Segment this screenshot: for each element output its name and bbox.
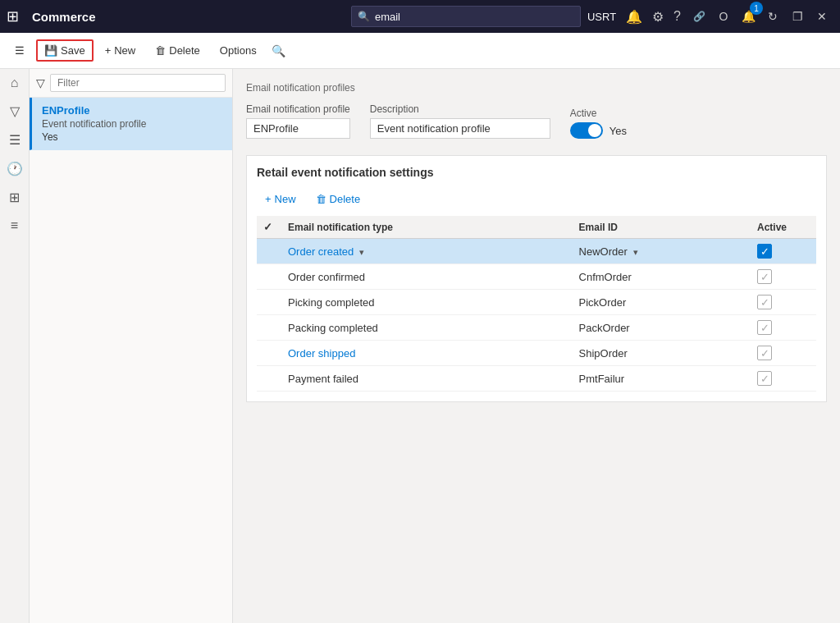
user-label: USRT <box>587 11 616 23</box>
filter-icon[interactable]: ▽ <box>36 76 45 89</box>
window-controls: 🔗 O 🔔 1 ↻ ❐ ✕ <box>687 5 833 28</box>
profile-label: Email notification profile <box>246 103 350 115</box>
row-check-cell <box>257 366 281 392</box>
table-trash-icon: 🗑 <box>316 193 326 205</box>
new-button[interactable]: + New <box>97 39 144 62</box>
row-check-cell <box>257 290 281 315</box>
row-check-cell <box>257 264 281 290</box>
active-checkbox-checked[interactable]: ✓ <box>757 244 772 259</box>
form-row: Email notification profile ENProfile Des… <box>246 103 827 139</box>
right-content: Email notification profiles Email notifi… <box>233 69 840 623</box>
rail-lines-icon[interactable]: ☰ <box>9 132 21 148</box>
rail-home-icon[interactable]: ⌂ <box>11 76 19 90</box>
row-notification-type[interactable]: Packing completed <box>281 315 573 341</box>
row-check-cell <box>257 341 281 366</box>
row-notification-type[interactable]: Picking completed <box>281 290 573 315</box>
row-notification-type[interactable]: Order confirmed <box>281 264 573 290</box>
table-row[interactable]: Picking completedPickOrder✓ <box>257 290 816 315</box>
check-icon: ✓ <box>263 221 272 233</box>
table-plus-icon: + <box>265 193 272 205</box>
help-icon[interactable]: ? <box>673 9 681 24</box>
list-item[interactable]: ENProfile Event notification profile Yes <box>30 98 232 150</box>
dropdown-arrow-icon[interactable]: ▾ <box>357 247 364 257</box>
command-bar: ☰ 💾 Save + New 🗑 Delete Options 🔍 <box>0 33 840 69</box>
filter-input[interactable] <box>50 74 226 92</box>
delete-button[interactable]: 🗑 Delete <box>147 39 208 62</box>
col-check: ✓ <box>257 216 281 239</box>
description-field: Description Event notification profile <box>370 103 550 139</box>
row-notification-type[interactable]: Order created ▾ <box>281 239 573 264</box>
sub-toolbar: + New 🗑 Delete <box>257 189 816 209</box>
section-label: Email notification profiles <box>246 82 827 94</box>
table-row[interactable]: Order created ▾NewOrder ▾✓ <box>257 239 816 264</box>
rail-filter-icon[interactable]: ▽ <box>10 103 20 119</box>
rail-clock-icon[interactable]: 🕐 <box>7 161 23 176</box>
menu-button[interactable]: ☰ <box>7 39 33 62</box>
office-icon[interactable]: O <box>712 5 735 28</box>
active-checkbox-unchecked[interactable]: ✓ <box>757 371 772 386</box>
notification-wrap: 🔔 1 <box>737 5 760 28</box>
description-label: Description <box>370 103 550 115</box>
gear-icon[interactable]: ⚙ <box>652 9 664 25</box>
row-email-id: ShipOrder <box>573 341 751 366</box>
rail-list-icon[interactable]: ≡ <box>11 218 18 233</box>
profile-field: Email notification profile ENProfile <box>246 103 350 139</box>
menu-icon: ☰ <box>15 44 25 57</box>
email-dropdown-arrow-icon[interactable]: ▾ <box>631 247 638 257</box>
table-row[interactable]: Packing completedPackOrder✓ <box>257 315 816 341</box>
toggle-wrapper: Yes <box>570 122 627 139</box>
col-active: Active <box>751 216 816 239</box>
active-checkbox-unchecked[interactable]: ✓ <box>757 320 772 335</box>
row-active-cell[interactable]: ✓ <box>751 315 816 341</box>
active-checkbox-unchecked[interactable]: ✓ <box>757 269 772 284</box>
bell-icon[interactable]: 🔔 <box>626 9 642 25</box>
command-search-icon[interactable]: 🔍 <box>272 44 285 57</box>
apps-icon[interactable]: ⊞ <box>7 7 19 25</box>
refresh-icon[interactable]: ↻ <box>761 5 784 28</box>
main-layout: ⌂ ▽ ☰ 🕐 ⊞ ≡ ▽ ENProfile Event notificati… <box>0 69 840 623</box>
retail-section: Retail event notification settings + New… <box>246 155 827 402</box>
row-active-cell[interactable]: ✓ <box>751 239 816 264</box>
row-active-cell[interactable]: ✓ <box>751 341 816 366</box>
active-field: Active Yes <box>570 108 627 139</box>
profile-value[interactable]: ENProfile <box>246 118 350 139</box>
link-icon[interactable]: 🔗 <box>687 5 710 28</box>
active-checkbox-unchecked[interactable]: ✓ <box>757 295 772 309</box>
list-item-status: Yes <box>42 131 222 143</box>
description-value[interactable]: Event notification profile <box>370 118 550 139</box>
row-check-cell <box>257 239 281 264</box>
row-email-id: CnfmOrder <box>573 264 751 290</box>
table-row[interactable]: Order confirmedCnfmOrder✓ <box>257 264 816 290</box>
row-notification-type[interactable]: Payment failed <box>281 366 573 392</box>
list-item-subtitle: Event notification profile <box>42 118 222 130</box>
rail-grid-icon[interactable]: ⊞ <box>9 190 20 205</box>
left-panel: ▽ ENProfile Event notification profile Y… <box>30 69 233 623</box>
active-checkbox-unchecked[interactable]: ✓ <box>757 346 772 360</box>
row-email-id: PackOrder <box>573 315 751 341</box>
search-wrapper: 🔍 <box>351 6 581 27</box>
restore-icon[interactable]: ❐ <box>786 5 809 28</box>
row-email-id: NewOrder ▾ <box>573 239 751 264</box>
table-row[interactable]: Order shippedShipOrder✓ <box>257 341 816 366</box>
active-toggle[interactable] <box>570 122 603 139</box>
row-notification-type[interactable]: Order shipped <box>281 341 573 366</box>
app-title: Commerce <box>25 10 345 24</box>
delete-icon: 🗑 <box>155 44 166 57</box>
col-notification-type: Email notification type <box>281 216 573 239</box>
top-right-controls: USRT 🔔 ⚙ ? <box>587 9 681 25</box>
notifications-table: ✓ Email notification type Email ID Activ… <box>257 216 816 392</box>
row-active-cell[interactable]: ✓ <box>751 290 816 315</box>
table-delete-button[interactable]: 🗑 Delete <box>308 189 369 209</box>
close-icon[interactable]: ✕ <box>810 5 833 28</box>
options-button[interactable]: Options <box>212 39 265 62</box>
table-row[interactable]: Payment failedPmtFailur✓ <box>257 366 816 392</box>
notification-badge: 1 <box>750 2 763 15</box>
save-button[interactable]: 💾 Save <box>36 39 94 62</box>
table-new-button[interactable]: + New <box>257 189 304 209</box>
top-search-input[interactable] <box>351 6 581 27</box>
row-active-cell[interactable]: ✓ <box>751 264 816 290</box>
left-panel-toolbar: ▽ <box>30 69 232 98</box>
plus-icon: + <box>105 44 112 57</box>
row-active-cell[interactable]: ✓ <box>751 366 816 392</box>
active-text: Yes <box>609 125 627 137</box>
